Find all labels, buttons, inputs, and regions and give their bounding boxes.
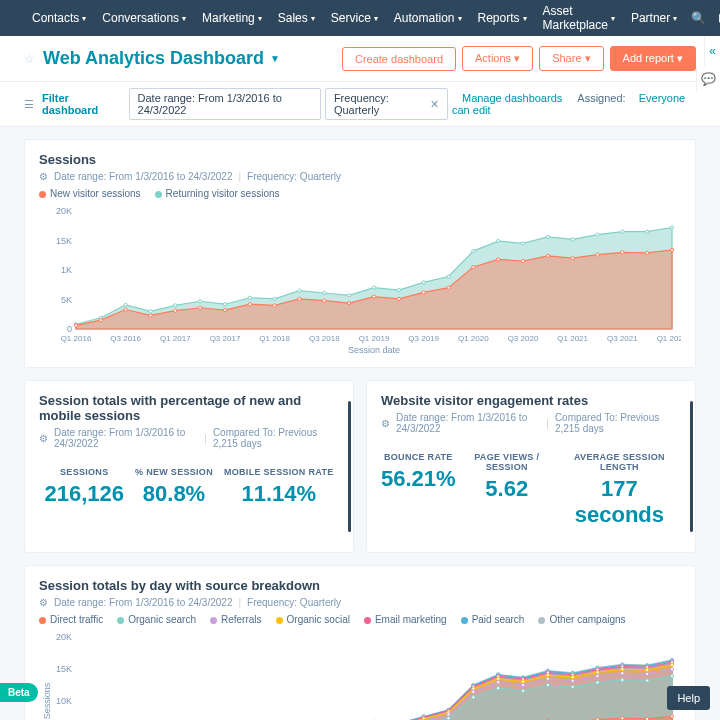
sessions-area-chart: 20K15K1K5K0Q1 2016Q3 2016Q1 2017Q3 2017Q…	[39, 205, 681, 355]
favorite-icon[interactable]: ☆	[24, 52, 35, 66]
svg-point-39	[298, 297, 301, 300]
svg-point-189	[447, 713, 450, 716]
svg-point-192	[521, 683, 524, 686]
svg-point-168	[546, 673, 549, 676]
svg-point-216	[497, 687, 500, 690]
svg-point-54	[670, 248, 673, 251]
svg-point-41	[348, 301, 351, 304]
svg-point-195	[596, 674, 599, 677]
svg-text:Q3 2019: Q3 2019	[408, 334, 439, 343]
nav-item[interactable]: Reports▾	[470, 4, 535, 32]
svg-point-46	[472, 265, 475, 268]
avg-session: 177 seconds	[558, 476, 681, 528]
svg-point-198	[670, 667, 673, 670]
svg-point-16	[348, 294, 351, 297]
card-title: Website visitor engagement rates	[381, 393, 681, 408]
svg-point-190	[472, 690, 475, 693]
svg-point-37	[248, 303, 251, 306]
share-button[interactable]: Share ▾	[539, 46, 603, 71]
svg-point-167	[521, 680, 524, 683]
svg-point-222	[646, 679, 649, 682]
svg-point-9	[174, 304, 177, 307]
nav-item[interactable]: Marketing▾	[194, 4, 270, 32]
source-area-chart: 20K15K10K5K0Q1 2016Q3 2016Q1 2017Q3 2017…	[39, 631, 681, 720]
frequency-chip[interactable]: Frequency: Quarterly✕	[325, 88, 448, 120]
gear-icon[interactable]: ⚙	[39, 433, 48, 444]
engagement-rates-card: Website visitor engagement rates ⚙Date r…	[366, 380, 696, 553]
nav-item[interactable]: Conversations▾	[94, 4, 194, 32]
svg-point-19	[422, 281, 425, 284]
svg-point-8	[149, 310, 152, 313]
page-title[interactable]: Web Analytics Dashboard	[43, 48, 264, 69]
svg-text:Q3 2016: Q3 2016	[110, 334, 141, 343]
date-range-chip[interactable]: Date range: From 1/3/2016 to 24/3/2022	[129, 88, 321, 120]
svg-text:Q1 2016: Q1 2016	[61, 334, 92, 343]
svg-point-44	[422, 291, 425, 294]
svg-point-194	[571, 679, 574, 682]
svg-point-217	[521, 689, 524, 692]
create-dashboard-button[interactable]: Create dashboard	[342, 47, 456, 71]
svg-point-22	[497, 239, 500, 242]
svg-point-24	[546, 235, 549, 238]
gear-icon[interactable]: ⚙	[39, 597, 48, 608]
hamburger-icon[interactable]: ☰	[24, 98, 34, 111]
svg-text:Q1 2021: Q1 2021	[557, 334, 588, 343]
svg-text:0: 0	[67, 324, 72, 334]
manage-dashboards-link[interactable]: Manage dashboards	[462, 92, 562, 104]
nav-item[interactable]: Partner▾	[623, 4, 685, 32]
source-breakdown-card: Session totals by day with source breakd…	[24, 565, 696, 720]
svg-point-45	[447, 286, 450, 289]
collapse-panel-button[interactable]: «	[704, 36, 720, 67]
filter-dashboard-link[interactable]: Filter dashboard	[42, 92, 119, 116]
gear-icon[interactable]: ⚙	[39, 171, 48, 182]
beta-badge[interactable]: Beta	[0, 683, 38, 702]
help-button[interactable]: Help	[667, 686, 710, 710]
svg-point-40	[323, 299, 326, 302]
svg-text:Q1 2018: Q1 2018	[259, 334, 290, 343]
svg-point-170	[596, 671, 599, 674]
svg-text:20K: 20K	[56, 632, 72, 642]
svg-text:Q1 2022: Q1 2022	[657, 334, 681, 343]
feedback-icon[interactable]: 💬	[696, 66, 720, 92]
svg-point-173	[670, 663, 673, 666]
svg-point-18	[397, 288, 400, 291]
svg-point-171	[621, 668, 624, 671]
svg-point-196	[621, 672, 624, 675]
nav-item[interactable]: Service▾	[323, 4, 386, 32]
nav-item[interactable]: Sales▾	[270, 4, 323, 32]
svg-point-172	[646, 668, 649, 671]
chevron-down-icon[interactable]: ▼	[270, 53, 280, 64]
add-report-button[interactable]: Add report ▾	[610, 46, 696, 71]
nav-item[interactable]: Automation▾	[386, 4, 470, 32]
svg-point-29	[670, 226, 673, 229]
svg-point-38	[273, 304, 276, 307]
gear-icon[interactable]: ⚙	[381, 418, 390, 429]
svg-point-23	[521, 242, 524, 245]
nav-item[interactable]: Contacts▾	[24, 4, 94, 32]
nav-item[interactable]: Asset Marketplace▾	[535, 4, 623, 32]
page-header: ☆ Web Analytics Dashboard ▼ Create dashb…	[0, 36, 720, 82]
svg-text:Sessions: Sessions	[42, 682, 52, 719]
actions-button[interactable]: Actions ▾	[462, 46, 533, 71]
svg-point-36	[223, 309, 226, 312]
session-totals-card: Session totals with percentage of new an…	[24, 380, 354, 553]
svg-point-42	[372, 295, 375, 298]
svg-point-15	[323, 291, 326, 294]
svg-point-193	[546, 677, 549, 680]
close-icon[interactable]: ✕	[430, 98, 439, 111]
svg-point-220	[596, 681, 599, 684]
svg-point-31	[99, 319, 102, 322]
svg-text:10K: 10K	[56, 696, 72, 706]
svg-point-20	[447, 275, 450, 278]
svg-point-52	[621, 251, 624, 254]
svg-point-197	[646, 672, 649, 675]
svg-point-166	[497, 677, 500, 680]
search-icon[interactable]: 🔍	[691, 11, 706, 25]
svg-point-13	[273, 297, 276, 300]
svg-point-10	[199, 300, 202, 303]
svg-text:Session date: Session date	[348, 345, 400, 355]
svg-text:15K: 15K	[56, 236, 72, 246]
svg-point-28	[646, 230, 649, 233]
sessions-value: 216,126	[45, 481, 125, 507]
chart-legend: New visitor sessions Returning visitor s…	[39, 188, 681, 199]
